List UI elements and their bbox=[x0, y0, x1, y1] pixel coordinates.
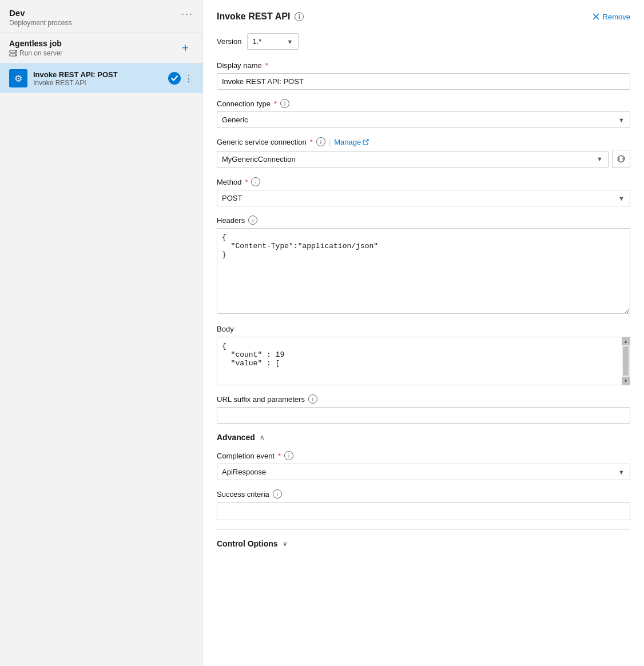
external-link-icon bbox=[363, 139, 369, 145]
success-criteria-input[interactable] bbox=[217, 502, 630, 520]
panel-title: Invoke REST API bbox=[217, 11, 290, 22]
generic-connection-label-row: Generic service connection * i | Manage bbox=[217, 137, 630, 146]
control-options-chevron-icon: ∨ bbox=[283, 540, 288, 548]
version-row: Version 1.* ▼ bbox=[217, 33, 630, 50]
display-name-group: Display name * bbox=[217, 61, 630, 90]
right-header: Invoke REST API i Remove bbox=[217, 11, 630, 22]
right-panel: Invoke REST API i Remove Version 1.* ▼ D… bbox=[203, 0, 644, 666]
task-name: Invoke REST API: POST bbox=[33, 70, 162, 79]
display-name-label: Display name bbox=[217, 61, 262, 70]
method-select[interactable]: POST GET PUT DELETE bbox=[217, 190, 630, 206]
task-type: Invoke REST API bbox=[33, 79, 162, 87]
method-select-wrapper: POST GET PUT DELETE ▼ bbox=[217, 190, 630, 206]
job-subtitle: Run on server bbox=[9, 49, 62, 57]
task-actions: ⋮ bbox=[168, 72, 193, 85]
completion-event-label-row: Completion event * i bbox=[217, 451, 630, 460]
task-gear-icon: ⚙ bbox=[9, 69, 27, 87]
body-label: Body bbox=[217, 325, 234, 333]
advanced-title: Advanced bbox=[217, 433, 255, 442]
generic-connection-group: Generic service connection * i | Manage … bbox=[217, 137, 630, 168]
generic-connection-select[interactable]: MyGenericConnection bbox=[217, 151, 609, 168]
close-icon bbox=[593, 13, 599, 20]
manage-link[interactable]: Manage bbox=[334, 138, 369, 146]
connection-type-required: * bbox=[274, 99, 277, 108]
label-separator: | bbox=[329, 138, 331, 146]
job-section: Agentless job Run on server + bbox=[0, 33, 202, 63]
success-criteria-label-row: Success criteria i bbox=[217, 489, 630, 498]
job-left: Agentless job Run on server bbox=[9, 39, 62, 57]
generic-connection-label: Generic service connection bbox=[217, 138, 307, 146]
headers-group: Headers i { "Content-Type":"application/… bbox=[217, 216, 630, 316]
body-textarea-wrapper: { "count" : 19 "value" : [ ▲ ▼ bbox=[217, 337, 630, 385]
version-label: Version bbox=[217, 37, 241, 46]
control-options-header[interactable]: Control Options ∨ bbox=[217, 529, 630, 548]
more-options-icon[interactable]: ··· bbox=[181, 8, 193, 20]
left-header: Dev Deployment process ··· bbox=[0, 0, 202, 33]
connection-type-group: Connection type * i Generic ▼ bbox=[217, 99, 630, 128]
scroll-thumb bbox=[623, 346, 629, 376]
success-criteria-label: Success criteria bbox=[217, 490, 269, 498]
url-suffix-label-row: URL suffix and parameters i bbox=[217, 394, 630, 404]
version-select-wrapper: 1.* ▼ bbox=[247, 33, 299, 50]
scroll-down-icon[interactable]: ▼ bbox=[622, 377, 630, 385]
checkmark-icon bbox=[171, 75, 178, 81]
advanced-section-header[interactable]: Advanced ∧ bbox=[217, 433, 630, 442]
body-textarea[interactable]: { "count" : 19 "value" : [ bbox=[217, 337, 630, 383]
success-criteria-group: Success criteria i bbox=[217, 489, 630, 520]
completion-event-group: Completion event * i ApiResponse Callbac… bbox=[217, 451, 630, 480]
panel-title-row: Invoke REST API i bbox=[217, 11, 304, 22]
version-select[interactable]: 1.* bbox=[247, 33, 299, 50]
success-criteria-info-icon[interactable]: i bbox=[273, 489, 282, 498]
task-info: Invoke REST API: POST Invoke REST API bbox=[33, 70, 162, 87]
svg-point-2 bbox=[15, 51, 16, 52]
server-icon bbox=[9, 49, 17, 57]
deployment-subtitle: Deployment process bbox=[9, 19, 71, 27]
generic-connection-required: * bbox=[310, 138, 313, 146]
refresh-connection-button[interactable] bbox=[612, 150, 630, 168]
display-name-input[interactable] bbox=[217, 73, 630, 90]
task-more-icon[interactable]: ⋮ bbox=[184, 73, 193, 84]
body-label-row: Body bbox=[217, 325, 630, 333]
method-label-row: Method * i bbox=[217, 177, 630, 186]
headers-label: Headers bbox=[217, 216, 245, 225]
connection-type-select[interactable]: Generic bbox=[217, 111, 630, 128]
generic-connection-info-icon[interactable]: i bbox=[316, 137, 325, 146]
method-label: Method bbox=[217, 178, 241, 186]
url-suffix-label: URL suffix and parameters bbox=[217, 395, 305, 404]
generic-connection-select-row: MyGenericConnection ▼ bbox=[217, 150, 630, 168]
task-item[interactable]: ⚙ Invoke REST API: POST Invoke REST API … bbox=[0, 63, 202, 93]
display-name-required: * bbox=[265, 61, 268, 70]
connection-type-info-icon[interactable]: i bbox=[280, 99, 289, 108]
connection-type-select-wrapper: Generic ▼ bbox=[217, 111, 630, 128]
environment-title: Dev bbox=[9, 8, 71, 18]
completion-event-label: Completion event bbox=[217, 452, 275, 460]
add-task-button[interactable]: + bbox=[177, 40, 193, 56]
headers-info-icon[interactable]: i bbox=[248, 216, 257, 225]
job-title: Agentless job bbox=[9, 39, 62, 48]
scroll-up-icon[interactable]: ▲ bbox=[622, 337, 630, 345]
connection-type-label-row: Connection type * i bbox=[217, 99, 630, 108]
completion-event-select[interactable]: ApiResponse Callback bbox=[217, 464, 630, 480]
remove-button[interactable]: Remove bbox=[593, 13, 630, 21]
body-scrollbar[interactable]: ▲ ▼ bbox=[622, 337, 630, 385]
headers-textarea[interactable]: { "Content-Type":"application/json" } bbox=[217, 228, 630, 314]
completion-event-info-icon[interactable]: i bbox=[284, 451, 293, 460]
connection-type-label: Connection type bbox=[217, 99, 271, 108]
headers-label-row: Headers i bbox=[217, 216, 630, 225]
advanced-chevron-icon: ∧ bbox=[260, 433, 265, 441]
left-header-info: Dev Deployment process bbox=[9, 8, 71, 27]
completion-event-required: * bbox=[278, 452, 281, 460]
control-options-title: Control Options bbox=[217, 539, 278, 548]
generic-connection-select-wrapper: MyGenericConnection ▼ bbox=[217, 151, 609, 168]
completion-event-select-wrapper: ApiResponse Callback ▼ bbox=[217, 464, 630, 480]
url-suffix-info-icon[interactable]: i bbox=[308, 394, 317, 404]
method-required: * bbox=[245, 178, 248, 186]
task-check-icon bbox=[168, 72, 181, 85]
display-name-label-row: Display name * bbox=[217, 61, 630, 70]
refresh-icon bbox=[617, 154, 626, 163]
url-suffix-input[interactable] bbox=[217, 407, 630, 424]
svg-point-3 bbox=[15, 54, 16, 55]
title-info-icon[interactable]: i bbox=[295, 12, 304, 21]
left-panel: Dev Deployment process ··· Agentless job… bbox=[0, 0, 203, 666]
method-info-icon[interactable]: i bbox=[251, 177, 260, 186]
